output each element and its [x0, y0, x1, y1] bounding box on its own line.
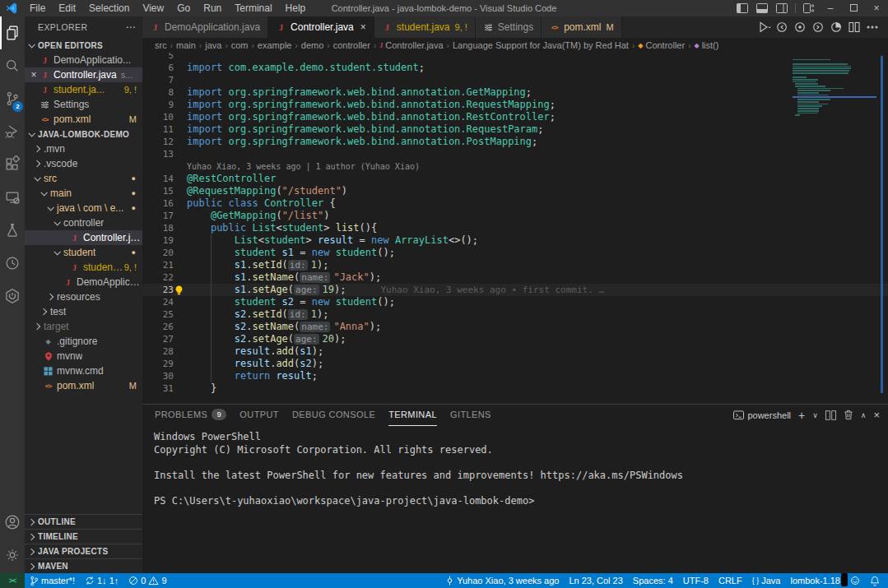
- tab-settings[interactable]: Settings: [476, 16, 542, 38]
- more-actions-icon[interactable]: ⋯: [126, 21, 136, 33]
- kill-terminal-icon[interactable]: [844, 410, 853, 420]
- menu-file[interactable]: File: [23, 0, 52, 16]
- feedback-icon[interactable]: [845, 573, 865, 588]
- terminal-dropdown-icon[interactable]: ∨: [812, 411, 818, 419]
- tree-item-demoapplication...[interactable]: JDemoApplication...: [25, 275, 142, 289]
- activity-accounts-icon[interactable]: [0, 506, 25, 539]
- tree-item-resources[interactable]: resources: [25, 289, 142, 304]
- toggle-panel-icon[interactable]: [752, 3, 772, 13]
- tab-student.java[interactable]: Jstudent.java9, !: [374, 16, 476, 38]
- panel-tab-debug-console[interactable]: DEBUG CONSOLE: [292, 405, 375, 426]
- code-editor[interactable]: 56import com.example.demo.student.studen…: [142, 53, 888, 404]
- panel-tab-output[interactable]: OUTPUT: [239, 405, 279, 426]
- tree-item-target[interactable]: target: [25, 319, 142, 334]
- new-terminal-icon[interactable]: +: [798, 409, 805, 422]
- maximize-panel-icon[interactable]: ∧: [861, 411, 867, 419]
- tree-item-controller.java[interactable]: JController.java: [25, 230, 142, 245]
- status-lombok[interactable]: lombok-1.18: [785, 573, 845, 588]
- tree-item-java-com-e...[interactable]: java \ com \ e...●: [25, 201, 142, 215]
- status-problems[interactable]: 0 9: [123, 573, 171, 588]
- activity-source-control-icon[interactable]: 2: [0, 82, 25, 115]
- tree-item-controller[interactable]: controller: [25, 215, 142, 230]
- remote-indicator[interactable]: ><: [0, 573, 25, 588]
- project-root-header[interactable]: JAVA-LOMBOK-DEMO: [25, 127, 142, 141]
- activity-testing-icon[interactable]: [0, 214, 25, 247]
- sidebar-section-outline[interactable]: OUTLINE: [25, 514, 142, 529]
- breadcrumb-item[interactable]: JController.java: [379, 40, 443, 50]
- toggle-secondary-sidebar-icon[interactable]: [772, 3, 792, 13]
- tree-item-pom.xml[interactable]: <>pom.xmlM: [25, 378, 142, 393]
- tree-item-student[interactable]: student●: [25, 245, 142, 260]
- activity-gitlens-icon[interactable]: [0, 247, 25, 280]
- activity-explorer-icon[interactable]: [0, 16, 25, 49]
- open-editor-item[interactable]: Settings: [25, 97, 142, 112]
- overview-ruler[interactable]: [881, 56, 883, 393]
- menu-selection[interactable]: Selection: [82, 0, 136, 16]
- close-tab-icon[interactable]: ×: [360, 21, 366, 33]
- close-editor-icon[interactable]: ×: [28, 69, 40, 81]
- toggle-sidebar-icon[interactable]: [732, 3, 752, 13]
- maximize-button[interactable]: [842, 0, 865, 16]
- sidebar-section-maven[interactable]: MAVEN: [25, 558, 142, 573]
- terminal-output[interactable]: Windows PowerShell Copyright (C) Microso…: [142, 425, 888, 573]
- codelens-annotation[interactable]: Yuhao Xiao, 3 weeks ago | 1 author (Yuha…: [142, 160, 888, 173]
- breadcrumb[interactable]: src›main›java›com›example›demo›controlle…: [142, 38, 888, 53]
- tree-item-.gitignore[interactable]: ◆.gitignore: [25, 334, 142, 349]
- navigate-back-icon[interactable]: [773, 21, 791, 34]
- open-editor-item[interactable]: JDemoApplicatio...: [25, 53, 142, 67]
- debug-restart-icon[interactable]: [791, 21, 809, 34]
- status-cursor-position[interactable]: Ln 23, Col 23: [564, 573, 627, 588]
- notifications-bell-icon[interactable]: [865, 573, 888, 588]
- activity-remote-explorer-icon[interactable]: [0, 181, 25, 214]
- tree-item-main[interactable]: main●: [25, 186, 142, 201]
- menu-terminal[interactable]: Terminal: [228, 0, 278, 16]
- menu-edit[interactable]: Edit: [52, 0, 82, 16]
- tree-item-test[interactable]: test: [25, 304, 142, 319]
- minimap[interactable]: [793, 57, 876, 117]
- breadcrumb-item[interactable]: src: [155, 40, 167, 50]
- tree-item-mvnw[interactable]: mvnw: [25, 349, 142, 363]
- tree-item-mvnw.cmd[interactable]: mvnw.cmd: [25, 363, 142, 378]
- menu-view[interactable]: View: [136, 0, 170, 16]
- menu-run[interactable]: Run: [197, 0, 228, 16]
- activity-settings-icon[interactable]: [0, 539, 25, 572]
- close-panel-icon[interactable]: ×: [873, 409, 880, 421]
- tab-demoapplication.java[interactable]: JDemoApplication.java: [142, 16, 268, 38]
- tree-item-src[interactable]: src●: [25, 171, 142, 186]
- breadcrumb-item[interactable]: Language Support for Java(TM) by Red Hat: [453, 40, 629, 50]
- customize-layout-icon[interactable]: [799, 3, 819, 13]
- tree-item-.mvn[interactable]: .mvn: [25, 141, 142, 156]
- tree-item-student.ja...[interactable]: Jstudent.ja...9, !: [25, 260, 142, 275]
- run-button[interactable]: [755, 21, 773, 34]
- breadcrumb-item[interactable]: ◆Controller: [638, 40, 685, 50]
- activity-extensions-icon[interactable]: [0, 148, 25, 181]
- panel-tab-terminal[interactable]: TERMINAL: [388, 405, 437, 426]
- breadcrumb-item[interactable]: controller: [333, 40, 370, 50]
- activity-run-and-debug-icon[interactable]: [0, 115, 25, 148]
- sidebar-section-java-projects[interactable]: JAVA PROJECTS: [25, 544, 142, 558]
- open-editor-item[interactable]: Jstudent.ja...9, !: [25, 82, 142, 97]
- panel-tab-problems[interactable]: PROBLEMS9: [155, 405, 226, 426]
- open-editor-item[interactable]: ×JController.javas...: [25, 67, 142, 82]
- open-editor-item[interactable]: <>pom.xmlM: [25, 112, 142, 127]
- breadcrumb-item[interactable]: java: [205, 40, 221, 50]
- close-button[interactable]: ×: [865, 0, 888, 16]
- terminal-shell-selector[interactable]: powershell: [733, 410, 791, 420]
- breadcrumb-item[interactable]: main: [176, 40, 196, 50]
- activity-spring-boot-dashboard-icon[interactable]: [0, 280, 25, 313]
- menu-help[interactable]: Help: [279, 0, 313, 16]
- breadcrumb-item[interactable]: example: [258, 40, 292, 50]
- status-branch[interactable]: master*!: [25, 573, 80, 588]
- split-editor-icon[interactable]: [845, 21, 863, 34]
- breadcrumb-item[interactable]: com: [231, 40, 249, 50]
- navigate-forward-icon[interactable]: [809, 21, 827, 34]
- tree-item-.vscode[interactable]: .vscode: [25, 156, 142, 171]
- split-terminal-icon[interactable]: [825, 410, 836, 420]
- menu-go[interactable]: Go: [170, 0, 197, 16]
- activity-search-icon[interactable]: [0, 49, 25, 82]
- breadcrumb-item[interactable]: ◆list(): [694, 40, 718, 50]
- tab-controller.java[interactable]: JController.java×: [268, 16, 374, 38]
- breadcrumb-item[interactable]: demo: [301, 40, 324, 50]
- open-editors-header[interactable]: OPEN EDITORS: [25, 38, 142, 53]
- sidebar-section-timeline[interactable]: TIMELINE: [25, 529, 142, 544]
